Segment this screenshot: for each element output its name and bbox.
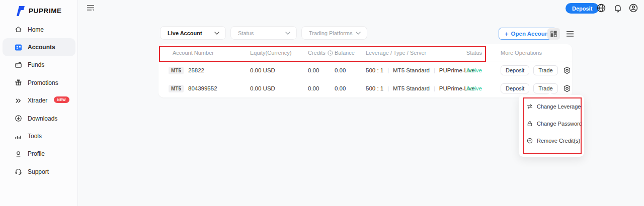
download-icon [14,115,22,123]
account-settings-menu: Change Leverage Change Password Remove C… [519,95,584,157]
sidebar-item-label: Downloads [28,115,57,122]
list-view-button[interactable] [564,28,576,40]
status-placeholder: Status [238,30,254,36]
row-trade-button[interactable]: Trade [533,83,557,93]
row-deposit-button[interactable]: Deposit [501,83,529,93]
column-credits: Credits [308,50,333,56]
menu-item-label: Change Password [537,121,582,127]
column-status: Status [453,50,482,56]
change-leverage-icon [527,104,533,110]
grid-view-button[interactable] [547,28,560,40]
account-number: 25822 [188,67,204,73]
cell-divider: | [434,67,435,73]
sidebar-item-label: Accounts [28,44,55,51]
column-more-operations: More Operations [501,50,542,56]
cell-divider: | [434,85,435,91]
column-account-number: Account Number [173,50,214,56]
accounts-icon [14,43,22,51]
account-type-value: MT5 Standard [393,85,430,91]
sidebar-item-label: Tools [28,133,42,140]
table-row: MT5 25822 0.00 USD 0.00 0.00 500 : 1 | M… [158,61,572,79]
table-header-row: Account Number Equity(Currency) Credits … [158,44,572,61]
sidebar-item-label: Promotions [28,79,58,86]
lock-icon [527,121,533,127]
sidebar-item-label: Home [28,26,44,33]
sidebar: PUPRIME Home [0,0,78,206]
column-leverage-type-server: Leverage / Type / Server [366,50,426,56]
open-account-label: Open Account [511,31,550,37]
sidebar-item-profile[interactable]: Profile [3,145,75,163]
remove-credit-icon [527,138,533,144]
account-cell: MT5 25822 [169,61,204,79]
headset-icon [14,168,22,176]
sidebar-nav: Home Accounts [0,21,78,181]
sidebar-item-label: Xtrader [28,97,47,104]
menu-item-change-password[interactable]: Change Password [519,115,584,132]
sidebar-item-support[interactable]: Support [3,163,75,180]
menu-item-label: Change Leverage [537,104,581,110]
collapse-sidebar-icon[interactable] [87,5,95,11]
cell-divider: | [387,85,389,91]
account-cell: MT5 804399552 [169,79,217,97]
profile-icon [14,150,22,158]
menu-item-change-leverage[interactable]: Change Leverage [519,98,584,115]
row-trade-button[interactable]: Trade [533,65,557,75]
equity-cell: 0.00 USD [250,61,275,79]
cell-divider: | [387,67,389,73]
sidebar-item-downloads[interactable]: Downloads [3,110,75,127]
accounts-table: Account Number Equity(Currency) Credits … [158,44,572,97]
new-badge: NEW [54,96,69,103]
column-equity: Equity(Currency) [250,50,292,56]
sidebar-item-promotions[interactable]: Promotions [3,74,75,91]
platform-badge: MT5 [169,67,184,74]
account-type-value: MT5 Standard [393,67,430,73]
gift-icon [14,79,22,87]
account-type-value: Live Account [168,30,202,36]
notifications-bell-icon[interactable] [613,3,623,13]
sidebar-item-accounts[interactable]: Accounts [3,38,75,56]
user-avatar-icon[interactable] [628,3,638,13]
leverage-value: 500 : 1 [366,85,383,91]
table-row: MT5 804399552 0.00 USD 0.00 0.00 500 : 1… [158,79,572,97]
chevron-down-icon [285,32,290,35]
info-icon[interactable] [328,50,333,56]
account-type-dropdown[interactable]: Live Account [160,26,226,40]
trading-platforms-dropdown[interactable]: Trading Platforms [301,26,367,40]
account-number: 804399552 [188,85,217,91]
menu-item-label: Remove Credit(s) [537,138,580,144]
settings-gear-icon[interactable] [563,66,571,74]
sidebar-item-label: Funds [28,61,44,68]
tools-icon [14,132,22,140]
sidebar-item-xtrader[interactable]: Xtrader NEW [3,92,75,110]
globe-icon[interactable] [596,3,606,13]
menu-item-remove-credits[interactable]: Remove Credit(s) [519,132,584,149]
brand-name: PUPRIME [29,7,62,15]
trading-platforms-placeholder: Trading Platforms [309,30,352,36]
wallet-icon [14,61,22,69]
sidebar-item-tools[interactable]: Tools [3,127,75,145]
row-deposit-button[interactable]: Deposit [501,65,529,75]
row-operations: Deposit Trade [501,61,571,79]
chevron-down-icon [356,32,361,35]
puprime-logo-icon [14,6,26,16]
sidebar-item-funds[interactable]: Funds [3,56,75,74]
chevron-down-icon [214,32,219,35]
sidebar-item-home[interactable]: Home [3,21,75,38]
equity-cell: 0.00 USD [250,79,275,97]
credits-cell: 0.00 [308,61,319,79]
brand-logo[interactable]: PUPRIME [0,0,77,17]
status-badge: Active [453,61,482,79]
deposit-button[interactable]: Deposit [566,3,599,14]
credits-cell: 0.00 [308,79,319,97]
settings-gear-icon[interactable] [563,84,571,92]
home-icon [14,26,22,34]
app-root: PUPRIME Home [0,0,644,206]
column-balance: Balance [335,50,355,56]
double-chevron-icon [14,96,22,105]
status-badge: Active [453,79,482,97]
status-dropdown[interactable]: Status [230,26,297,40]
balance-cell: 0.00 [335,79,346,97]
plus-icon: + [505,30,509,38]
platform-badge: MT5 [169,85,184,92]
balance-cell: 0.00 [335,61,346,79]
